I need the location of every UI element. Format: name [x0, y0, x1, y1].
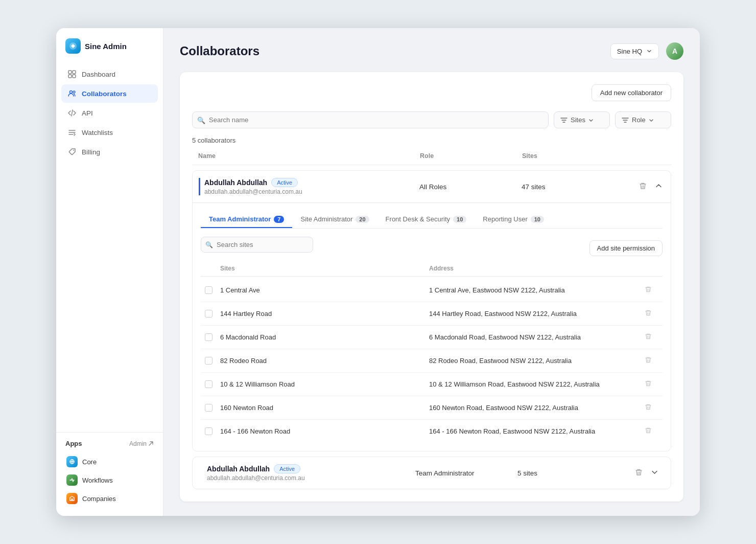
site-name: 82 Rodeo Road	[220, 357, 429, 365]
collab-name: Abdullah Abdullah Active	[204, 178, 419, 187]
site-checkbox[interactable]	[205, 286, 212, 294]
role-filter-label: Role	[632, 116, 646, 124]
tab-count: 7	[274, 216, 284, 223]
site-row: 164 - 166 Newton Road 164 - 166 Newton R…	[201, 420, 663, 443]
tab-site-administrator[interactable]: Site Administrator 20	[292, 211, 377, 228]
search-name-icon: 🔍	[197, 116, 205, 124]
sidebar-item-api[interactable]: API	[61, 104, 158, 122]
expand-bottom-row-button[interactable]	[649, 466, 660, 480]
th-role: Role	[420, 152, 522, 160]
delete-site-button[interactable]	[638, 331, 658, 344]
delete-bottom-collab-button[interactable]	[633, 466, 645, 480]
tab-reporting-user[interactable]: Reporting User 10	[475, 211, 552, 228]
search-sites-icon: 🔍	[205, 241, 213, 248]
sites-th-name: Sites	[220, 265, 429, 272]
sites-table-header: Sites Address	[201, 265, 663, 277]
bottom-collab-name: Abdullah Abdullah Active	[207, 464, 415, 473]
svg-point-5	[70, 91, 73, 94]
site-address: 1 Central Ave, Eastwood NSW 2122, Austra…	[429, 286, 638, 294]
site-checkbox[interactable]	[205, 380, 212, 388]
sidebar-bottom: Apps Admin Core	[56, 432, 163, 516]
add-site-permission-button[interactable]: Add site permission	[589, 240, 663, 256]
tag-icon	[67, 147, 77, 156]
site-checkbox[interactable]	[205, 404, 212, 412]
top-bar: Collaborators Sine HQ A	[180, 42, 683, 60]
delete-site-button[interactable]	[638, 378, 658, 391]
tab-team-administrator[interactable]: Team Administrator 7	[201, 211, 292, 228]
apps-title: Apps	[65, 440, 82, 447]
delete-site-button[interactable]	[638, 401, 658, 414]
app-item-companies[interactable]: Companies	[61, 489, 158, 508]
collab-expanded-content: Team Administrator 7 Site Administrator …	[193, 203, 671, 451]
add-collaborator-button[interactable]: Add new collaborator	[592, 84, 671, 101]
list-icon	[67, 128, 77, 137]
search-name-wrap: 🔍	[192, 111, 549, 128]
delete-site-button[interactable]	[638, 307, 658, 320]
collaborator-row: Abdullah Abdullah Active abdullah.abdull…	[192, 170, 671, 451]
sites-th-address: Address	[429, 265, 638, 272]
site-checkbox[interactable]	[205, 427, 212, 435]
collab-actions	[624, 180, 665, 193]
search-name-input[interactable]	[192, 111, 549, 128]
delete-site-button[interactable]	[638, 284, 658, 297]
site-name: 1 Central Ave	[220, 286, 429, 294]
site-checkbox[interactable]	[205, 333, 212, 341]
bottom-status-badge: Active	[274, 464, 300, 473]
top-right: Sine HQ A	[610, 42, 683, 60]
users-icon	[67, 89, 77, 98]
core-app-icon	[66, 456, 78, 467]
sidebar-item-label: Watchlists	[82, 129, 113, 137]
tab-front-desk-security[interactable]: Front Desk & Security 10	[377, 211, 475, 228]
site-address: 160 Newton Road, Eastwood NSW 2122, Aust…	[429, 404, 638, 412]
sidebar-item-billing[interactable]: Billing	[61, 143, 158, 161]
collapse-row-button[interactable]	[653, 180, 665, 193]
delete-site-button[interactable]	[638, 425, 658, 438]
site-address: 6 Macdonald Road, Eastwood NSW 2122, Aus…	[429, 333, 638, 341]
site-address: 82 Rodeo Road, Eastwood NSW 2122, Austra…	[429, 357, 638, 365]
svg-point-7	[73, 150, 74, 151]
site-name: 144 Hartley Road	[220, 310, 429, 318]
apps-admin-link[interactable]: Admin	[129, 440, 154, 447]
sites-filter[interactable]: Sites	[554, 111, 610, 128]
sidebar-item-label: Billing	[82, 148, 100, 156]
th-name: Name	[198, 152, 420, 160]
user-avatar[interactable]: A	[666, 42, 683, 60]
bottom-collab-sites: 5 sites	[517, 469, 620, 477]
card-header: Add new collaborator	[192, 84, 671, 101]
collab-sites: 47 sites	[522, 183, 624, 191]
page-title: Collaborators	[180, 44, 259, 58]
org-name: Sine HQ	[617, 48, 642, 55]
app-item-core[interactable]: Core	[61, 452, 158, 471]
tab-count: 20	[356, 216, 369, 223]
sidebar-nav: Dashboard Collaborators	[56, 65, 163, 432]
delete-collaborator-button[interactable]	[637, 180, 649, 193]
sidebar-item-dashboard[interactable]: Dashboard	[61, 65, 158, 83]
collaborator-row-header: Abdullah Abdullah Active abdullah.abdull…	[193, 171, 671, 203]
site-checkbox[interactable]	[205, 310, 212, 318]
filters: 🔍 Sites Role	[192, 111, 671, 128]
collaborator-count: 5 collaborators	[192, 137, 671, 144]
svg-rect-4	[73, 75, 76, 78]
org-selector[interactable]: Sine HQ	[610, 43, 659, 59]
delete-site-button[interactable]	[638, 354, 658, 367]
sites-filter-label: Sites	[571, 116, 585, 124]
sidebar-item-collaborators[interactable]: Collaborators	[61, 84, 158, 103]
role-filter[interactable]: Role	[615, 111, 671, 128]
sidebar-item-watchlists[interactable]: Watchlists	[61, 123, 158, 142]
site-address: 144 Hartley Road, Eastwood NSW 2122, Aus…	[429, 310, 638, 318]
role-tabs: Team Administrator 7 Site Administrator …	[201, 211, 663, 229]
bottom-collab-email: abdullah.abdullah@centuria.com.au	[207, 474, 415, 482]
site-row: 82 Rodeo Road 82 Rodeo Road, Eastwood NS…	[201, 349, 663, 373]
workflows-app-icon	[66, 474, 78, 486]
site-address: 10 & 12 Williamson Road, Eastwood NSW 21…	[429, 380, 638, 388]
site-row: 1 Central Ave 1 Central Ave, Eastwood NS…	[201, 279, 663, 302]
site-name: 164 - 166 Newton Road	[220, 427, 429, 435]
app-item-workflows[interactable]: Workflows	[61, 471, 158, 489]
svg-rect-3	[68, 75, 72, 78]
brand: Sine Admin	[56, 38, 163, 65]
search-sites-input[interactable]	[201, 237, 313, 253]
site-checkbox[interactable]	[205, 357, 212, 365]
site-row: 10 & 12 Williamson Road 10 & 12 Williams…	[201, 373, 663, 396]
site-name: 160 Newton Road	[220, 404, 429, 412]
app-label-core: Core	[82, 458, 97, 466]
